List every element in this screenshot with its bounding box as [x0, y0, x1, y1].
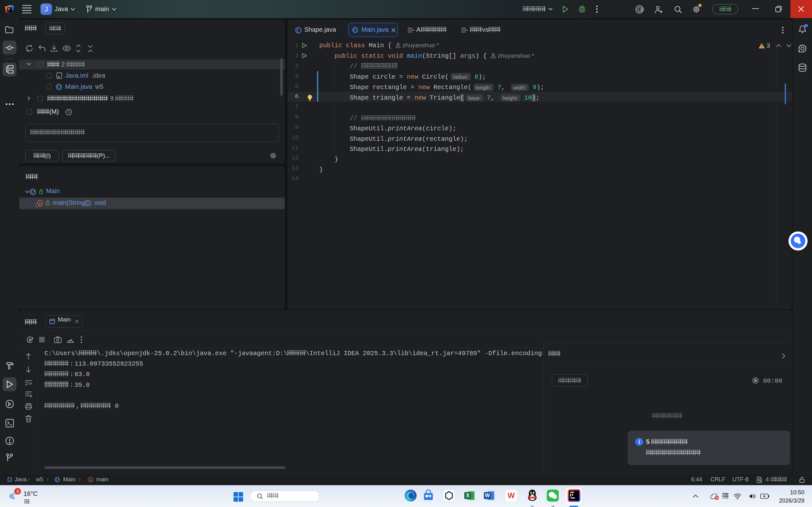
svg-text:m: m	[90, 478, 92, 482]
